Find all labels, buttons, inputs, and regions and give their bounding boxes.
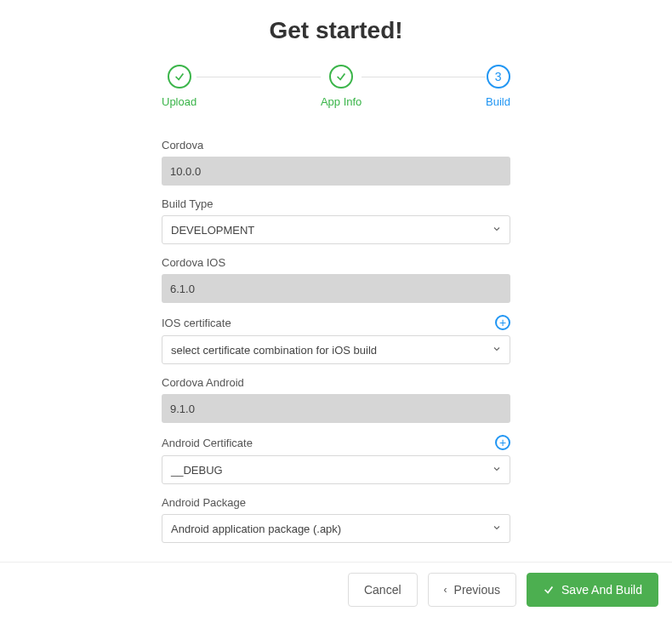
ios-cert-select[interactable]: select certificate combination for iOS b… (162, 335, 510, 364)
save-build-label: Save And Build (561, 583, 642, 597)
cordova-ios-value: 6.1.0 (162, 274, 510, 303)
save-and-build-button[interactable]: Save And Build (527, 573, 658, 607)
stepper: Upload App Info 3 Build (0, 65, 672, 108)
cordova-android-label: Cordova Android (162, 376, 510, 389)
ios-cert-field-group: IOS certificate + select certificate com… (162, 315, 510, 364)
android-cert-field-group: Android Certificate + __DEBUG (162, 435, 510, 484)
step-upload: Upload (162, 65, 196, 108)
android-package-select[interactable]: Android application package (.apk) (162, 514, 510, 543)
step-build: 3 Build (486, 65, 510, 108)
buildtype-label: Build Type (162, 197, 510, 210)
step-line (362, 77, 486, 77)
previous-label: Previous (454, 583, 500, 597)
step-line (196, 77, 321, 77)
page-title: Get started! (0, 17, 672, 44)
add-ios-cert-button[interactable]: + (495, 315, 510, 330)
buildtype-select[interactable]: DEVELOPMENT (162, 215, 510, 244)
step-appinfo: App Info (321, 65, 362, 108)
cancel-label: Cancel (364, 583, 401, 597)
build-form: Cordova 10.0.0 Build Type DEVELOPMENT Co… (0, 139, 672, 543)
check-icon (329, 65, 353, 89)
cordova-android-value: 9.1.0 (162, 394, 510, 423)
step-number: 3 (487, 65, 510, 89)
android-cert-label: Android Certificate (162, 437, 253, 449)
previous-button[interactable]: ‹ Previous (428, 573, 516, 607)
ios-cert-label: IOS certificate (162, 317, 231, 329)
add-android-cert-button[interactable]: + (495, 435, 510, 450)
check-icon (168, 65, 191, 89)
cordova-ios-field-group: Cordova IOS 6.1.0 (162, 256, 510, 303)
android-cert-select[interactable]: __DEBUG (162, 455, 510, 484)
cordova-ios-label: Cordova IOS (162, 256, 510, 269)
footer-bar: Cancel ‹ Previous Save And Build (0, 562, 672, 617)
step-label: Build (486, 95, 510, 108)
android-package-field-group: Android Package Android application pack… (162, 496, 510, 543)
check-icon (543, 584, 555, 596)
step-label: Upload (162, 95, 196, 108)
cordova-android-field-group: Cordova Android 9.1.0 (162, 376, 510, 423)
cordova-value: 10.0.0 (162, 157, 510, 186)
chevron-left-icon: ‹ (444, 584, 447, 596)
cordova-field-group: Cordova 10.0.0 (162, 139, 510, 186)
step-label: App Info (321, 95, 362, 108)
android-package-label: Android Package (162, 496, 510, 509)
plus-icon: + (499, 317, 506, 328)
cordova-label: Cordova (162, 139, 510, 151)
buildtype-field-group: Build Type DEVELOPMENT (162, 197, 510, 244)
cancel-button[interactable]: Cancel (348, 573, 418, 607)
plus-icon: + (499, 437, 506, 448)
